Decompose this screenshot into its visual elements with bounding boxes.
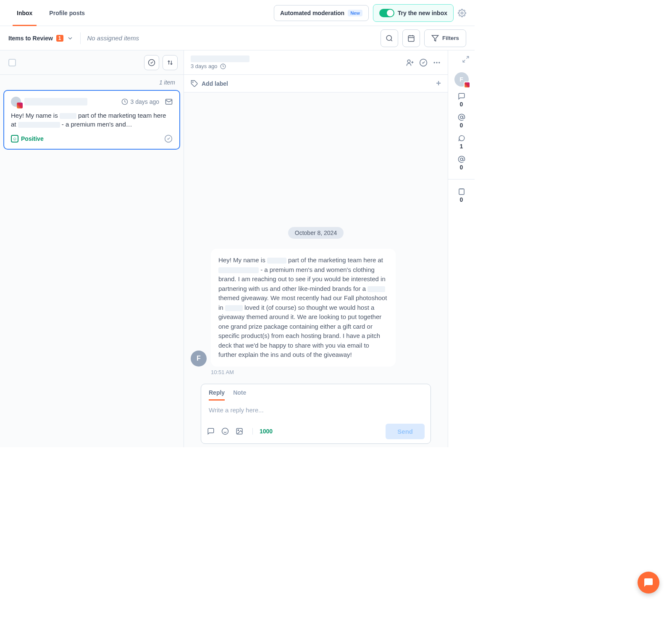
mail-icon bbox=[165, 98, 173, 106]
detail-username-redacted bbox=[191, 55, 249, 62]
mark-done-button[interactable] bbox=[144, 55, 159, 70]
composer: Reply Note Write a reply here... 1000 Se… bbox=[201, 384, 431, 444]
filters-label: Filters bbox=[442, 35, 459, 41]
select-all-checkbox[interactable] bbox=[8, 59, 16, 66]
at-icon bbox=[458, 156, 465, 163]
list-column: 1 item 3 days ago Hey! My name is part o… bbox=[0, 50, 184, 447]
svg-point-15 bbox=[407, 60, 410, 63]
smile-icon: ☺ bbox=[11, 135, 18, 142]
calendar-button[interactable] bbox=[402, 29, 420, 47]
image-icon[interactable] bbox=[236, 427, 243, 435]
filter-icon bbox=[431, 34, 439, 42]
expand-icon[interactable] bbox=[462, 55, 470, 63]
emoji-icon[interactable] bbox=[221, 427, 229, 435]
rail-avatar[interactable]: F bbox=[454, 72, 469, 87]
instagram-badge-icon bbox=[464, 82, 470, 88]
items-to-review-dropdown[interactable]: Items to Review 1 bbox=[8, 35, 74, 42]
svg-point-27 bbox=[238, 430, 239, 430]
svg-point-31 bbox=[460, 158, 463, 161]
at-icon bbox=[458, 113, 465, 121]
reply-input[interactable]: Write a reply here... bbox=[201, 401, 430, 419]
date-pill: October 8, 2024 bbox=[288, 227, 344, 239]
list-toolbar bbox=[0, 50, 184, 75]
card-check-icon[interactable] bbox=[164, 135, 173, 143]
card-preview-text: Hey! My name is part of the marketing te… bbox=[11, 111, 173, 129]
svg-rect-32 bbox=[459, 189, 464, 195]
svg-point-20 bbox=[436, 62, 437, 63]
tab-profile-posts[interactable]: Profile posts bbox=[41, 0, 93, 26]
message-time: 10:51 AM bbox=[211, 369, 441, 375]
search-icon bbox=[386, 34, 393, 42]
message-avatar: F bbox=[191, 351, 207, 367]
tag-icon bbox=[191, 80, 198, 87]
review-count-badge: 1 bbox=[56, 35, 63, 42]
item-count: 1 item bbox=[0, 75, 184, 90]
new-badge: New bbox=[348, 10, 362, 16]
clock-icon bbox=[220, 63, 226, 69]
rail-notes[interactable]: 0 bbox=[458, 188, 465, 203]
check-circle-icon bbox=[148, 59, 155, 66]
saved-replies-icon[interactable] bbox=[207, 427, 215, 435]
top-navigation: Inbox Profile posts Automated moderation… bbox=[0, 0, 475, 26]
rail-dms[interactable]: 1 bbox=[458, 135, 465, 150]
rail-mentions[interactable]: 0 bbox=[458, 113, 465, 129]
svg-point-22 bbox=[193, 82, 194, 82]
toggle-icon[interactable] bbox=[379, 9, 394, 17]
sort-button[interactable] bbox=[163, 55, 178, 70]
more-icon[interactable] bbox=[433, 58, 441, 67]
svg-line-28 bbox=[467, 56, 469, 58]
username-redacted bbox=[24, 98, 87, 106]
add-label-plus-icon[interactable]: + bbox=[436, 79, 441, 88]
comment-icon bbox=[458, 92, 465, 100]
calendar-icon bbox=[407, 34, 415, 42]
message-bubble: Hey! My name is part of the marketing te… bbox=[211, 249, 396, 367]
main-tabs: Inbox Profile posts bbox=[8, 0, 93, 26]
no-assigned-text: No assigned items bbox=[87, 34, 139, 42]
try-new-inbox-button[interactable]: Try the new inbox bbox=[373, 4, 454, 22]
conversation-body: October 8, 2024 F Hey! My name is part o… bbox=[184, 92, 448, 447]
filters-button[interactable]: Filters bbox=[424, 29, 466, 47]
avatar bbox=[11, 97, 21, 107]
note-tab[interactable]: Note bbox=[233, 389, 246, 401]
sentiment-positive: ☺ Positive bbox=[11, 135, 44, 142]
rail-comments[interactable]: 0 bbox=[458, 92, 465, 108]
automated-moderation-label: Automated moderation bbox=[280, 10, 344, 16]
automated-moderation-button[interactable]: Automated moderation New bbox=[274, 5, 369, 21]
clock-icon bbox=[121, 98, 128, 105]
settings-icon[interactable] bbox=[458, 9, 466, 17]
detail-column: 3 days ago Add label + October 8, 2024 bbox=[184, 50, 448, 447]
note-icon bbox=[458, 188, 465, 195]
detail-header: 3 days ago bbox=[184, 50, 448, 75]
subheader: Items to Review 1 No assigned items Filt… bbox=[0, 26, 475, 50]
send-button[interactable]: Send bbox=[386, 424, 425, 439]
message-row: F Hey! My name is part of the marketing … bbox=[191, 249, 441, 367]
svg-point-1 bbox=[386, 35, 391, 40]
svg-line-29 bbox=[463, 60, 465, 62]
dm-icon bbox=[458, 135, 465, 142]
reply-tab[interactable]: Reply bbox=[209, 389, 225, 401]
svg-rect-3 bbox=[408, 36, 414, 42]
svg-point-19 bbox=[434, 62, 435, 63]
detail-time: 3 days ago bbox=[191, 63, 218, 69]
assign-user-icon[interactable] bbox=[406, 58, 414, 67]
try-new-inbox-label: Try the new inbox bbox=[398, 10, 447, 16]
svg-point-30 bbox=[460, 116, 463, 119]
card-time: 3 days ago bbox=[131, 98, 160, 105]
check-icon[interactable] bbox=[419, 58, 428, 67]
chevron-down-icon bbox=[67, 35, 74, 42]
instagram-badge-icon bbox=[17, 103, 23, 108]
svg-line-2 bbox=[391, 40, 392, 41]
search-button[interactable] bbox=[381, 29, 398, 47]
svg-point-21 bbox=[438, 62, 440, 63]
add-label-text[interactable]: Add label bbox=[202, 80, 228, 87]
divider bbox=[80, 32, 81, 44]
label-bar: Add label + bbox=[184, 75, 448, 92]
items-to-review-label: Items to Review bbox=[8, 35, 53, 42]
rail-tags[interactable]: 0 bbox=[458, 156, 465, 171]
svg-marker-7 bbox=[432, 35, 438, 41]
svg-point-0 bbox=[461, 12, 463, 14]
list-item[interactable]: 3 days ago Hey! My name is part of the m… bbox=[3, 90, 180, 150]
tab-inbox[interactable]: Inbox bbox=[8, 0, 41, 26]
svg-point-23 bbox=[222, 428, 228, 435]
sort-icon bbox=[166, 59, 174, 66]
